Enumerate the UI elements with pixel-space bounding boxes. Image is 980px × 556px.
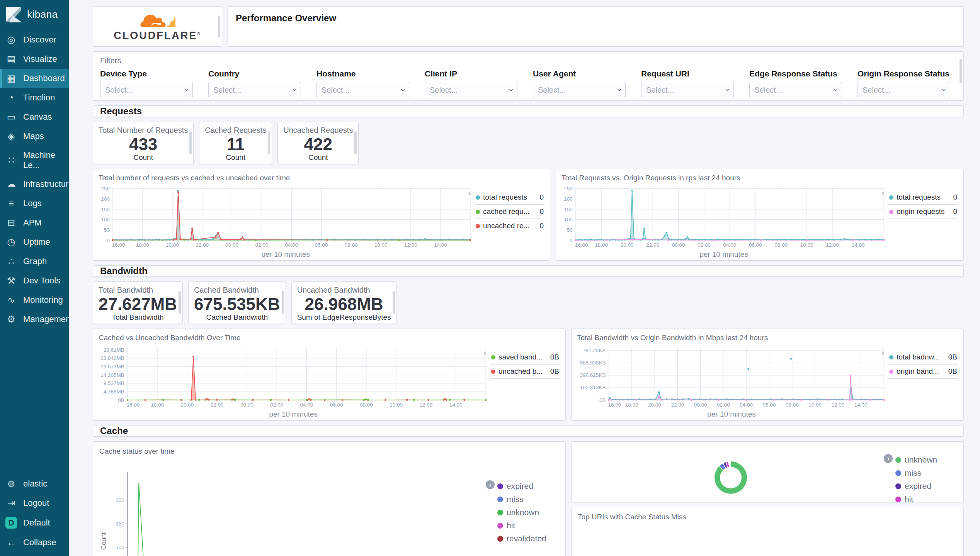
sidebar-item[interactable]: ▭ Canvas (0, 107, 69, 127)
sidebar-nav: ◎ Discover ▤ Visualize ▦ Dashboard ◔ Tim… (0, 30, 69, 474)
metric-value: 26.968MB (297, 295, 391, 313)
panel-scrollbar[interactable] (268, 131, 270, 154)
filter-select[interactable]: Select... › (425, 82, 517, 98)
sidebar-item[interactable]: ∴ Graph (0, 252, 69, 271)
expand-legend-icon[interactable]: › (881, 188, 884, 198)
panel-scrollbar[interactable] (218, 15, 220, 37)
panel-scrollbar[interactable] (179, 291, 181, 314)
legend-item[interactable]: hit (884, 493, 957, 506)
x-axis-label: per 10 minutes (561, 250, 886, 259)
sidebar-footer-item[interactable]: ← Collapse (0, 533, 69, 552)
dev-tools-icon: ⚒ (5, 275, 17, 286)
svg-text:06:00: 06:00 (330, 402, 343, 408)
chart-legend: › total requests 0 origin requests (888, 185, 958, 219)
metric-panel: Total Bandwidth 27.627MB Total Bandwidth (93, 281, 183, 324)
legend-item[interactable]: hit (486, 519, 559, 532)
legend-item[interactable]: uncached b... 0B (490, 364, 560, 379)
sidebar-item[interactable]: ◔ Timelion (0, 88, 69, 107)
sidebar-item[interactable]: ∿ Monitoring (0, 290, 69, 310)
legend-color-dot (476, 195, 480, 200)
sidebar-item[interactable]: ∷ Machine Le... (0, 146, 69, 175)
panel-scrollbar[interactable] (354, 131, 357, 154)
chevron-down-icon: › (614, 88, 624, 91)
expand-legend-icon[interactable]: › (468, 188, 471, 198)
chart-panel-bandwidth-over-time: Cached vs Uncached Bandwidth Over Time 1… (93, 329, 566, 420)
sidebar-item-label: Canvas (23, 112, 52, 122)
svg-text:50: 50 (567, 227, 573, 233)
svg-text:10:00: 10:00 (800, 242, 813, 248)
sidebar-item[interactable]: ⊟ APM (0, 213, 69, 232)
filter-select[interactable]: Select... › (641, 82, 734, 98)
sidebar-item[interactable]: ◈ Maps (0, 127, 69, 146)
legend-item[interactable]: expired (884, 480, 957, 493)
sidebar-item[interactable]: ▦ Dashboard (0, 69, 69, 88)
sidebar-item[interactable]: ≡ Logs (0, 194, 69, 213)
filter-select[interactable]: Select... › (316, 82, 409, 98)
metric-title: Total Bandwidth (99, 286, 177, 295)
legend-color-dot (895, 457, 901, 463)
filter-select[interactable]: Select... › (749, 82, 842, 98)
legend-item[interactable]: total requests 0 (475, 190, 544, 205)
sidebar-item-label: elastic (23, 479, 47, 489)
sidebar-footer-item[interactable]: D Default (0, 513, 69, 533)
sidebar-item[interactable]: ◎ Discover (0, 30, 69, 49)
legend-item[interactable]: total requests 0 (888, 190, 958, 205)
filter-label: Request URI (641, 69, 734, 78)
select-placeholder: Select... (213, 86, 241, 95)
svg-text:08:00: 08:00 (786, 402, 799, 408)
panel-scrollbar[interactable] (960, 59, 962, 83)
graph-icon: ∴ (5, 256, 17, 267)
legend-item[interactable]: miss (486, 493, 559, 506)
sidebar-footer-item[interactable]: ⇥ Logout (0, 493, 69, 513)
svg-text:100: 100 (101, 217, 110, 222)
sidebar-item[interactable]: ⚙ Management (0, 310, 69, 329)
sidebar-item[interactable]: ☁ Infrastructure (0, 175, 69, 194)
filter-select[interactable]: Select... › (533, 82, 626, 98)
select-placeholder: Select... (105, 86, 133, 95)
legend-item[interactable]: total badnw... 0B (888, 350, 958, 364)
legend-item[interactable]: revalidated (486, 532, 559, 545)
legend-item[interactable]: origin band... 0B (888, 364, 958, 379)
sidebar-item[interactable]: ⚒ Dev Tools (0, 271, 69, 290)
svg-text:12:00: 12:00 (404, 242, 417, 248)
x-axis-label: per 10 minutes (577, 410, 886, 419)
legend-item[interactable]: uncached re... 0 (475, 219, 544, 233)
legend-item[interactable]: saved band... 0B (490, 350, 560, 364)
filter-select[interactable]: Select... › (208, 82, 301, 98)
svg-text:200: 200 (101, 196, 110, 202)
cache-status-ratio-donut[interactable] (715, 461, 747, 494)
panel-scrollbar[interactable] (189, 131, 192, 154)
expand-legend-icon[interactable]: › (486, 480, 495, 489)
sidebar-footer-item[interactable]: ⊚ elastic (0, 474, 69, 493)
panel-scrollbar[interactable] (282, 291, 284, 314)
kibana-logo[interactable]: kibana (0, 0, 69, 30)
sidebar-item[interactable]: ▤ Visualize (0, 49, 69, 69)
sidebar-item[interactable]: ◷ Uptime (0, 232, 69, 252)
filter-select[interactable]: Select... › (100, 82, 193, 98)
expand-legend-icon[interactable]: › (483, 348, 486, 358)
legend-item[interactable]: cached requ... 0 (475, 205, 544, 219)
svg-text:150: 150 (116, 521, 124, 527)
svg-text:16:00: 16:00 (575, 242, 588, 248)
filter-select[interactable]: Select... › (858, 82, 950, 98)
legend-color-dot (889, 195, 893, 200)
legend-item[interactable]: miss (884, 466, 957, 480)
filter-label: Device Type (100, 69, 193, 78)
legend-item[interactable]: expired (486, 480, 559, 493)
panel-scrollbar[interactable] (393, 291, 395, 314)
legend-item[interactable]: unknown (486, 506, 559, 519)
expand-legend-icon[interactable]: › (884, 454, 893, 463)
bandwidth-vs-origin-chart: 16:0018:0020:0022:0000:0002:0004:0006:00… (577, 344, 886, 409)
legend-item[interactable]: origin requests 0 (888, 205, 958, 219)
filters-title: Filters (100, 56, 956, 65)
sidebar-footer: ⊚ elastic ⇥ Logout D Default ← (0, 474, 69, 556)
svg-text:10:00: 10:00 (808, 402, 822, 408)
svg-text:28.61MB: 28.61MB (104, 347, 124, 353)
sidebar-item-label: Infrastructure (23, 179, 73, 189)
legend-item[interactable]: unknown (884, 453, 957, 466)
filter-group: Hostname Select... › (316, 69, 409, 98)
metric-panel: Uncached Requests 422 Count (277, 122, 359, 164)
sidebar-item-label: Monitoring (23, 295, 63, 305)
kibana-app: kibana ◎ Discover ▤ Visualize ▦ Dashboar… (0, 0, 980, 556)
expand-legend-icon[interactable]: › (881, 348, 884, 358)
